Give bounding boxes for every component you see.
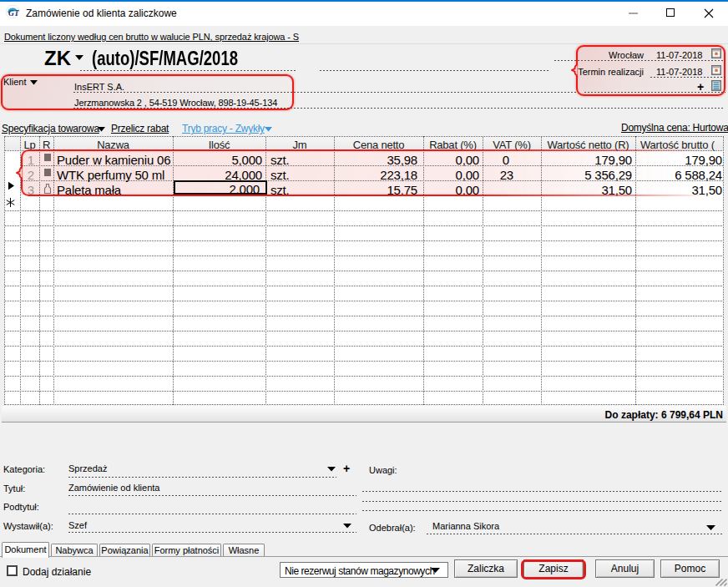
svg-text:GT: GT <box>8 9 19 18</box>
